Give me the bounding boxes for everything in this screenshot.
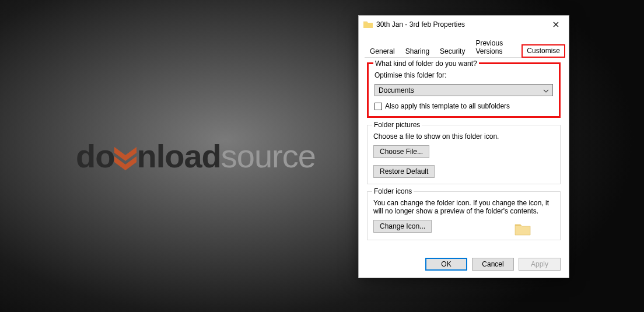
subfolders-checkbox-row[interactable]: Also apply this template to all subfolde… xyxy=(374,102,553,110)
cancel-button[interactable]: Cancel xyxy=(472,258,514,271)
logo-text-3: source xyxy=(221,137,316,175)
chevron-down-icon xyxy=(543,86,549,94)
tab-general[interactable]: General xyxy=(365,45,400,58)
group-pictures-legend: Folder pictures xyxy=(372,121,422,129)
ok-button[interactable]: OK xyxy=(425,258,467,271)
folder-icon-preview xyxy=(514,222,531,236)
dialog-footer: OK Cancel Apply xyxy=(359,253,569,278)
tab-customise[interactable]: Customise xyxy=(522,44,565,58)
optimise-select-value: Documents xyxy=(379,86,414,94)
optimise-select[interactable]: Documents xyxy=(374,84,553,96)
close-icon xyxy=(553,22,559,27)
choose-file-button[interactable]: Choose File... xyxy=(373,145,429,158)
group-icons-legend: Folder icons xyxy=(372,187,414,195)
optimise-label: Optimise this folder for: xyxy=(374,71,553,79)
properties-dialog: 30th Jan - 3rd feb Properties General Sh… xyxy=(358,15,569,278)
logo-chevron-icon xyxy=(113,146,138,171)
restore-default-button[interactable]: Restore Default xyxy=(373,165,435,178)
close-button[interactable] xyxy=(544,16,568,33)
subfolders-checkbox-label: Also apply this template to all subfolde… xyxy=(385,102,510,110)
group-folder-icons: Folder icons You can change the folder i… xyxy=(367,191,561,240)
group-folder-pictures: Folder pictures Choose a file to show on… xyxy=(367,125,561,184)
tab-bar: General Sharing Security Previous Versio… xyxy=(359,33,569,58)
dialog-body: What kind of folder do you want? Optimis… xyxy=(359,58,569,253)
logo-text-1: do xyxy=(76,137,114,175)
tab-security[interactable]: Security xyxy=(435,45,470,58)
tab-previous-versions[interactable]: Previous Versions xyxy=(470,37,522,58)
change-icon-button[interactable]: Change Icon... xyxy=(373,220,432,233)
subfolders-checkbox[interactable] xyxy=(374,103,382,110)
window-title: 30th Jan - 3rd feb Properties xyxy=(376,20,544,29)
brand-logo: do nload source xyxy=(76,137,316,175)
apply-button: Apply xyxy=(519,258,561,271)
icons-text: You can change the folder icon. If you c… xyxy=(373,199,554,215)
pictures-text: Choose a file to show on this folder ico… xyxy=(373,132,554,141)
titlebar[interactable]: 30th Jan - 3rd feb Properties xyxy=(359,16,569,33)
group-folder-kind: What kind of folder do you want? Optimis… xyxy=(367,62,561,118)
tab-sharing[interactable]: Sharing xyxy=(400,45,435,58)
group-kind-legend: What kind of folder do you want? xyxy=(373,59,479,68)
logo-text-2: nload xyxy=(136,137,220,175)
folder-icon xyxy=(363,20,373,29)
